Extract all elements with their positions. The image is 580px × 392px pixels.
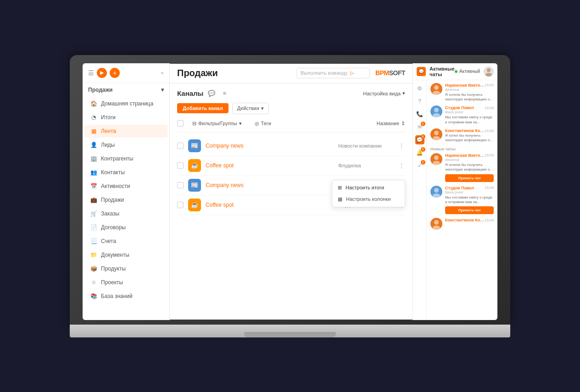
new-chat-name-3: Константинов Конст... <box>445 218 485 222</box>
new-chat-name-time-2: Студов Павел 15:09 <box>445 186 494 190</box>
new-chat-3[interactable]: Константинов Конст... 15:09 <box>430 218 494 230</box>
new-chat-avatar-3 <box>430 218 442 230</box>
sidebar-item-sales[interactable]: 💼 Продажи <box>84 193 167 206</box>
channel-4-name[interactable]: Coffee spot <box>206 202 334 208</box>
chat-info-3: Константинов Конст... 15:09 Я хотел бы п… <box>445 128 494 143</box>
sidebar-item-label: База знаний <box>101 293 133 299</box>
filter-tags-button[interactable]: ◎ Теги <box>251 119 275 128</box>
configure-totals-icon: ⊞ <box>338 185 342 191</box>
active-chat-3[interactable]: Константинов Конст... 15:09 Я хотел бы п… <box>430 128 494 143</box>
collapse-sidebar-icon[interactable]: « <box>161 70 164 76</box>
sidebar-item-projects[interactable]: ☆ Проекты <box>84 276 167 289</box>
dropdown-menu: ⊞ Настроить итоги ▦ Настроить колонки <box>332 180 405 207</box>
dropdown-configure-totals[interactable]: ⊞ Настроить итоги <box>332 182 405 193</box>
chat-time-2: 15:09 <box>485 106 494 110</box>
channel-list-icon[interactable]: ≡ <box>220 89 229 98</box>
accept-chat-1-button[interactable]: Принять чат <box>445 174 494 182</box>
sidebar-item-contacts[interactable]: 👥 Контакты <box>84 166 167 179</box>
sidebar-item-label: Документы <box>101 252 129 258</box>
email-icon[interactable]: ✉ 2 <box>415 122 424 132</box>
new-chat-2[interactable]: Студов Павел 15:09 Black point Мы состав… <box>430 186 494 215</box>
task-icon[interactable]: ✓ 2 <box>415 161 424 170</box>
sidebar-item-orders[interactable]: 🛒 Заказы <box>84 207 167 220</box>
new-chat-time-3: 15:09 <box>485 218 494 222</box>
sidebar-item-results[interactable]: ◔ Итоги <box>84 111 167 124</box>
channel-comment-icon[interactable]: 💬 <box>207 89 216 98</box>
channel-3-name[interactable]: Company news <box>206 182 334 188</box>
svg-point-3 <box>433 91 440 95</box>
command-run-icon[interactable]: ▷ <box>350 70 354 76</box>
chat-time-1: 15:09 <box>485 83 494 87</box>
svg-point-6 <box>434 131 439 135</box>
chat-preview-3: Я хотел бы получить некоторую информацию… <box>445 133 494 143</box>
help-icon[interactable]: ? <box>415 97 424 106</box>
add-channel-button[interactable]: Добавить канал <box>177 103 229 113</box>
chat-badge: 4 <box>421 134 425 139</box>
sidebar-section-label: Продажи <box>88 87 112 93</box>
sidebar-item-activities[interactable]: 📅 Активности <box>84 180 167 193</box>
channel-2-menu-icon[interactable]: ⋮ <box>398 162 405 169</box>
leads-icon: 👤 <box>90 141 97 149</box>
svg-point-8 <box>434 155 439 160</box>
active-chat-2[interactable]: Студов Павел 15:09 Black point Мы состав… <box>430 105 494 125</box>
sidebar-item-contracts[interactable]: 📄 Договоры <box>84 221 167 234</box>
channel-2-checkbox[interactable] <box>177 162 184 169</box>
sidebar-item-label: Счета <box>101 238 116 244</box>
sidebar-item-feed[interactable]: ▦ Лента <box>84 125 167 138</box>
chat-name-time-1: Наринская Виктория 15:09 <box>445 83 494 88</box>
sidebar-item-contractors[interactable]: 🏢 Контрагенты <box>84 152 167 165</box>
hamburger-icon[interactable]: ☰ <box>88 69 94 77</box>
actions-button[interactable]: Действия ▾ <box>232 103 269 114</box>
settings-gear-icon[interactable]: ⚙ <box>415 84 424 93</box>
main-content: Продажи Выполнить команду ▷ BPMSOFT Кана… <box>170 63 413 320</box>
bpmsoft-logo: BPMSOFT <box>375 69 405 77</box>
new-chat-company-1: Aksioma <box>445 158 494 162</box>
channel-3-checkbox[interactable] <box>177 182 184 188</box>
channel-1-checkbox[interactable] <box>177 143 184 149</box>
svg-point-2 <box>434 85 439 90</box>
phone-icon[interactable]: 📞 <box>415 110 424 119</box>
sidebar-item-knowledge[interactable]: 📚 База знаний <box>84 290 167 303</box>
dropdown-configure-columns[interactable]: ▦ Настроить колонки <box>332 193 405 205</box>
active-chat-1[interactable]: Наринская Виктория 15:09 Aksioma Я хотел… <box>430 83 494 102</box>
new-chat-company-2: Black point <box>445 190 494 194</box>
sidebar-item-label: Договоры <box>101 224 126 231</box>
sidebar-top-bar: ☰ ▶ + « <box>83 63 169 83</box>
sort-button[interactable]: Название ⇕ <box>377 121 405 127</box>
sidebar-item-label: Контакты <box>101 169 125 176</box>
select-all-checkbox[interactable] <box>177 120 184 127</box>
channel-1-menu-icon[interactable]: ⋮ <box>398 142 405 149</box>
chat-time-3: 15:09 <box>485 129 494 133</box>
sidebar-section-chevron[interactable]: ▾ <box>161 87 164 93</box>
channel-1-name[interactable]: Company news <box>206 143 334 149</box>
new-chat-1[interactable]: Наринская Виктория 15:09 Aksioma Я хотел… <box>430 153 494 182</box>
add-button[interactable]: + <box>110 68 120 78</box>
settings-view-button[interactable]: Настройка вида ▾ <box>363 90 405 96</box>
sidebar-item-products[interactable]: 📦 Продукты <box>84 262 167 275</box>
accept-chat-2-button[interactable]: Принять чат <box>445 206 494 214</box>
new-chat-time-1: 15:09 <box>485 153 494 157</box>
chat-icon[interactable]: 💬 4 <box>415 135 424 144</box>
orders-icon: 🛒 <box>90 210 97 217</box>
channel-4-checkbox[interactable] <box>177 202 184 208</box>
sidebar-nav: 🏠 Домашняя страница ◔ Итоги ▦ Лента 👤 Ли… <box>83 97 169 303</box>
channels-area: Каналы 💬 ≡ Настройка вида ▾ ⊞ <box>170 83 413 320</box>
chat-name-2: Студов Павел <box>445 105 474 110</box>
channel-2-name[interactable]: Coffee spot <box>206 162 334 169</box>
filter-groups-label: Фильтры/Группы <box>198 121 237 126</box>
command-input[interactable]: Выполнить команду ▷ <box>296 68 370 78</box>
user-avatar[interactable] <box>484 66 494 77</box>
channel-2-category: Флудилка <box>338 163 393 168</box>
sidebar-item-invoices[interactable]: 📃 Счета <box>84 235 167 248</box>
sidebar-item-documents[interactable]: 📁 Документы <box>84 248 167 261</box>
play-button[interactable]: ▶ <box>97 68 107 78</box>
new-chat-name-2: Студов Павел <box>445 186 474 190</box>
filter-groups-button[interactable]: ⊟ Фильтры/Группы ▾ <box>188 119 246 128</box>
channel-4-icon: ☕ <box>188 199 201 211</box>
chat-info-1: Наринская Виктория 15:09 Aksioma Я хотел… <box>445 83 494 102</box>
notification-icon[interactable]: 🔔 4 <box>415 148 424 157</box>
sidebar-item-label: Домашняя страница <box>101 100 153 107</box>
svg-point-10 <box>434 188 439 193</box>
sidebar-item-home[interactable]: 🏠 Домашняя страница <box>84 97 167 110</box>
sidebar-item-leads[interactable]: 👤 Лиды <box>84 138 167 151</box>
